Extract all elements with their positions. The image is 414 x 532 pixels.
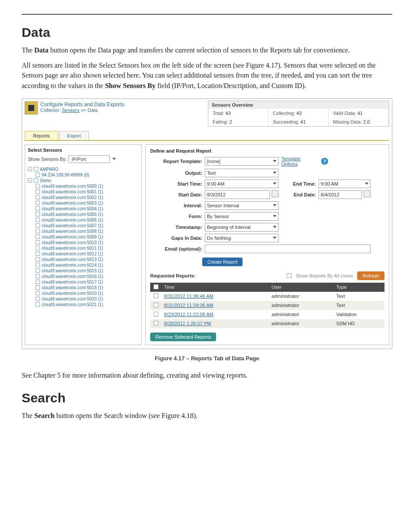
start-time-select[interactable]: 9:00 AM — [205, 180, 279, 188]
tree-checkbox[interactable] — [36, 285, 40, 290]
tree-checkbox[interactable] — [36, 223, 40, 228]
tree-checkbox[interactable] — [36, 206, 40, 211]
calendar-icon[interactable] — [272, 190, 279, 197]
col-time[interactable]: Time — [161, 283, 269, 292]
sensor-tree[interactable]: −AMPARO 94.234.189.98:49999 (0) −Demo cl… — [28, 166, 139, 307]
tree-node-amparo[interactable]: AMPARO — [40, 167, 59, 172]
figure-4-17: Configure Reports and Data Exports Colle… — [22, 98, 392, 349]
tree-item[interactable]: cloud9.wavetronix.com:5021 (1) — [28, 302, 139, 307]
email-input[interactable] — [205, 245, 371, 253]
col-user[interactable]: User — [269, 283, 334, 292]
tree-checkbox[interactable] — [34, 178, 38, 183]
template-options-link[interactable]: Template Options — [281, 156, 301, 166]
gaps-select[interactable]: Do Nothing — [205, 234, 279, 242]
table-row[interactable]: 8/31/2012 11:34:36 AMadministratorText — [150, 301, 384, 310]
tree-checkbox[interactable] — [36, 218, 40, 222]
tree-item[interactable]: cloud9.wavetronix.com:5020 (1) — [28, 296, 139, 302]
tree-item[interactable]: cloud9.wavetronix.com:5003 (1) — [28, 200, 139, 206]
tree-item[interactable]: cloud9.wavetronix.com:5005 (1) — [28, 212, 139, 217]
tree-checkbox[interactable] — [36, 195, 40, 199]
tree-node-demo[interactable]: Demo — [40, 178, 52, 183]
row-checkbox[interactable] — [154, 294, 158, 298]
tree-checkbox[interactable] — [36, 268, 40, 273]
tree-item[interactable]: cloud9.wavetronix.com:5016 (1) — [28, 274, 139, 279]
collector-link[interactable]: Sensors — [62, 108, 79, 113]
tab-reports[interactable]: Reports — [25, 131, 58, 140]
tree-checkbox[interactable] — [36, 302, 40, 307]
tree-item[interactable]: cloud9.wavetronix.com:5001 (1) — [28, 189, 139, 195]
create-report-button[interactable]: Create Report — [202, 258, 243, 266]
template-select[interactable]: [none] — [205, 157, 279, 166]
end-time-select[interactable]: 9:00 AM — [319, 180, 371, 188]
tree-item[interactable]: cloud9.wavetronix.com:5008 (1) — [28, 228, 139, 234]
tree-checkbox[interactable] — [36, 173, 40, 177]
tree-collapse-icon[interactable]: − — [28, 167, 32, 171]
tree-item[interactable]: cloud9.wavetronix.com:5007 (1) — [28, 223, 139, 228]
tree-checkbox[interactable] — [36, 291, 40, 295]
tree-checkbox[interactable] — [36, 184, 40, 188]
tree-checkbox[interactable] — [36, 189, 40, 194]
template-label: Report Template: — [150, 159, 202, 164]
form-select[interactable]: By Sensor — [205, 212, 279, 221]
tree-item[interactable]: cloud9.wavetronix.com:5015 (1) — [28, 268, 139, 274]
tree-checkbox[interactable] — [36, 251, 40, 256]
tree-item[interactable]: cloud9.wavetronix.com:5012 (1) — [28, 251, 139, 257]
select-all-checkbox[interactable] — [154, 284, 158, 289]
report-time-link[interactable]: 8/31/2012 11:36:46 AM — [164, 294, 214, 299]
show-all-users-checkbox[interactable] — [287, 273, 292, 278]
tree-node-amparo-child[interactable]: 94.234.189.98:49999 (0) — [42, 173, 89, 177]
tree-checkbox[interactable] — [36, 274, 40, 278]
tree-item[interactable]: cloud9.wavetronix.com:5019 (1) — [28, 290, 139, 296]
tab-export[interactable]: Export — [59, 131, 89, 140]
timestamp-select[interactable]: Beginning of Interval — [205, 223, 279, 232]
table-row[interactable]: 8/31/2012 11:36:46 AMadministratorText — [150, 292, 384, 301]
remove-selected-button[interactable]: Remove Selected Reports — [150, 333, 216, 341]
tree-checkbox[interactable] — [36, 212, 40, 216]
tree-checkbox[interactable] — [36, 201, 40, 205]
tree-checkbox[interactable] — [36, 246, 40, 250]
tree-item[interactable]: cloud9.wavetronix.com:5011 (1) — [28, 245, 139, 251]
tree-checkbox[interactable] — [36, 263, 40, 267]
tree-item[interactable]: cloud9.wavetronix.com:5006 (1) — [28, 217, 139, 223]
table-row[interactable]: 8/20/2012 1:26:57 PMadministratorSSM HD — [150, 319, 384, 328]
start-date-input[interactable]: 8/3/2012 — [205, 190, 270, 199]
refresh-button[interactable]: Refresh — [357, 271, 384, 280]
tree-checkbox[interactable] — [36, 235, 40, 239]
tree-item[interactable]: cloud9.wavetronix.com:5002 (1) — [28, 195, 139, 200]
tree-item[interactable]: cloud9.wavetronix.com:5004 (1) — [28, 206, 139, 212]
report-time-link[interactable]: 8/20/2012 1:26:57 PM — [164, 321, 211, 326]
tree-checkbox[interactable] — [36, 280, 40, 284]
text: field (IP/Port, Location/Description, an… — [155, 82, 306, 89]
tree-item[interactable]: cloud9.wavetronix.com:5017 (1) — [28, 279, 139, 285]
interval-select[interactable]: Sensor Interval — [205, 201, 279, 210]
tree-checkbox[interactable] — [34, 167, 38, 171]
tree-item[interactable]: cloud9.wavetronix.com:5018 (1) — [28, 285, 139, 290]
chevron-down-icon[interactable] — [112, 158, 116, 160]
tree-item[interactable]: cloud9.wavetronix.com:5009 (1) — [28, 234, 139, 240]
tree-checkbox[interactable] — [36, 257, 40, 261]
tree-checkbox[interactable] — [36, 297, 40, 301]
row-checkbox[interactable] — [154, 321, 158, 326]
output-select[interactable]: Text — [205, 169, 279, 177]
tree-collapse-icon[interactable]: − — [28, 178, 32, 183]
report-time-link[interactable]: 8/23/2012 11:22:08 AM — [164, 312, 214, 317]
search-paragraph: The Search button opens the Search windo… — [22, 411, 392, 421]
tree-item[interactable]: cloud9.wavetronix.com:5010 (1) — [28, 240, 139, 245]
row-checkbox[interactable] — [154, 312, 158, 317]
tree-item[interactable]: cloud9.wavetronix.com:5000 (1) — [28, 183, 139, 189]
section-heading-data: Data — [22, 25, 392, 40]
calendar-icon[interactable] — [364, 190, 371, 197]
tree-item[interactable]: cloud9.wavetronix.com:5013 (1) — [28, 257, 139, 262]
tree-checkbox[interactable] — [36, 240, 40, 245]
col-checkbox[interactable] — [150, 283, 161, 292]
report-time-link[interactable]: 8/31/2012 11:34:36 AM — [164, 303, 214, 308]
tree-checkbox[interactable] — [36, 229, 40, 233]
end-date-input[interactable]: 8/4/2012 — [319, 190, 362, 199]
show-sensors-by-select[interactable]: IP/Port — [69, 155, 110, 163]
text: button opens the Search window (see Figu… — [55, 412, 198, 419]
table-row[interactable]: 8/23/2012 11:22:08 AMadministratorValida… — [150, 310, 384, 319]
tree-item[interactable]: cloud9.wavetronix.com:5014 (1) — [28, 262, 139, 268]
help-icon[interactable]: ? — [321, 158, 328, 165]
col-type[interactable]: Type — [334, 283, 384, 292]
row-checkbox[interactable] — [154, 303, 158, 307]
